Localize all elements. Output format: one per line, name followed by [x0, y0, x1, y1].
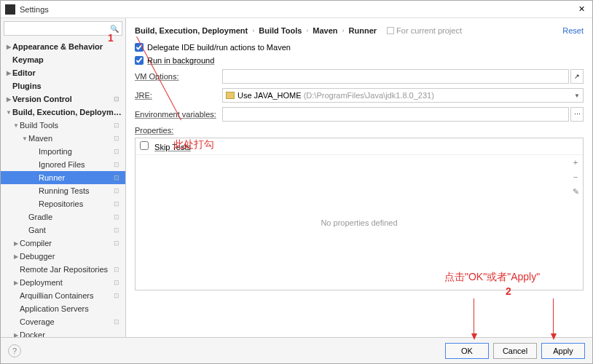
scope-icon: ⊡	[114, 279, 122, 286]
tree-item-importing[interactable]: Importing⊡	[1, 145, 125, 158]
tree-item-build-tools[interactable]: ▼Build Tools⊡	[1, 119, 125, 132]
scope-icon: ⊡	[114, 318, 122, 325]
scope-icon: ⊡	[114, 292, 122, 299]
breadcrumb-item[interactable]: Maven	[313, 26, 337, 35]
scope-icon: ⊡	[114, 122, 122, 129]
tree-label: Runner	[39, 173, 114, 182]
background-checkbox[interactable]	[135, 56, 144, 65]
jre-label: JRE:	[135, 91, 222, 100]
tree-item-gradle[interactable]: Gradle⊡	[1, 210, 125, 223]
scope-icon: ⊡	[114, 226, 122, 234]
expand-icon[interactable]: ↗	[570, 69, 584, 84]
dialog-body: 🔍 ▶Appearance & BehaviorKeymap▶EditorPlu…	[1, 18, 592, 337]
remove-icon[interactable]: −	[570, 171, 581, 183]
search-icon: 🔍	[110, 25, 119, 33]
tree-label: Coverage	[20, 317, 114, 326]
tree-label: Running Tests	[39, 186, 114, 195]
ok-button[interactable]: OK	[445, 343, 489, 359]
search-input[interactable]	[7, 24, 110, 33]
scope-icon: ⊡	[114, 266, 122, 273]
properties-label: Properties:	[135, 126, 584, 135]
breadcrumb-item[interactable]: Build Tools	[259, 26, 302, 35]
skip-tests-checkbox[interactable]	[140, 141, 149, 150]
jre-select[interactable]: Use JAVA_HOME (D:\ProgramFiles\Java\jdk1…	[222, 88, 584, 103]
add-icon[interactable]: +	[570, 157, 581, 168]
tree-arrow-icon: ▶	[12, 240, 20, 247]
tree-item-running-tests[interactable]: Running Tests⊡	[1, 184, 125, 197]
breadcrumb-item: Runner	[349, 26, 377, 35]
tree-item-debugger[interactable]: ▶Debugger	[1, 250, 125, 263]
tree-label: Remote Jar Repositories	[20, 265, 114, 274]
tree-item-version-control[interactable]: ▶Version Control⊡	[1, 92, 125, 106]
reset-link[interactable]: Reset	[562, 26, 584, 35]
window-title: Settings	[20, 5, 575, 14]
scope-text: For current project	[396, 26, 462, 35]
sidebar: 🔍 ▶Appearance & BehaviorKeymap▶EditorPlu…	[1, 18, 126, 337]
tree-label: Gant	[28, 226, 114, 234]
tree-item-gant[interactable]: Gant⊡	[1, 223, 125, 237]
tree-item-deployment[interactable]: ▶Deployment⊡	[1, 276, 125, 289]
app-icon	[5, 4, 15, 15]
tree-item-build-execution-deployment[interactable]: ▼Build, Execution, Deployment	[1, 106, 125, 119]
env-label: Environment variables:	[135, 110, 222, 119]
delegate-checkbox[interactable]	[135, 43, 144, 52]
tree-arrow-icon: ▶	[5, 44, 12, 50]
env-input[interactable]	[222, 107, 569, 122]
tree-label: Plugins	[12, 82, 122, 90]
tree-label: Deployment	[20, 278, 114, 287]
tree-item-ignored-files[interactable]: Ignored Files⊡	[1, 158, 125, 171]
settings-tree: ▶Appearance & BehaviorKeymap▶EditorPlugi…	[1, 39, 125, 337]
vm-options-input[interactable]	[222, 69, 569, 84]
tree-item-application-servers[interactable]: Application Servers	[1, 302, 125, 315]
delegate-label: Delegate IDE build/run actions to Maven	[147, 43, 291, 52]
tree-label: Application Servers	[20, 304, 122, 313]
tree-label: Ignored Files	[39, 160, 114, 169]
tree-item-docker[interactable]: ▶Docker	[1, 328, 125, 337]
tree-label: Maven	[28, 134, 114, 143]
tree-label: Compiler	[20, 239, 114, 248]
scope-icon: ⊡	[114, 95, 122, 103]
tree-label: Repositories	[39, 199, 114, 208]
tree-label: Importing	[39, 147, 114, 156]
cancel-button[interactable]: Cancel	[493, 343, 537, 359]
chevron-right-icon: ›	[342, 27, 345, 34]
tree-label: Editor	[12, 68, 122, 77]
vm-options-label: VM Options:	[135, 72, 222, 81]
chevron-down-icon: ▼	[574, 92, 580, 99]
tree-item-plugins[interactable]: Plugins	[1, 79, 125, 92]
titlebar: Settings ✕	[1, 1, 592, 18]
scope-icon: ⊡	[114, 174, 122, 181]
folder-icon	[226, 92, 235, 99]
edit-icon[interactable]: ✎	[570, 186, 581, 197]
project-icon	[387, 27, 394, 34]
tree-item-remote-jar-repositories[interactable]: Remote Jar Repositories⊡	[1, 263, 125, 276]
help-icon[interactable]: ?	[8, 344, 21, 357]
properties-area: Skip Tests No properties defined + − ✎	[135, 138, 584, 290]
breadcrumb-item[interactable]: Build, Execution, Deployment	[135, 26, 248, 35]
tree-item-maven[interactable]: ▼Maven⊡	[1, 132, 125, 145]
tree-item-coverage[interactable]: Coverage⊡	[1, 315, 125, 328]
properties-empty-text: No properties defined	[321, 218, 397, 227]
tree-label: Build, Execution, Deployment	[12, 108, 122, 116]
tree-item-editor[interactable]: ▶Editor	[1, 66, 125, 79]
tree-item-compiler[interactable]: ▶Compiler⊡	[1, 237, 125, 250]
apply-button[interactable]: Apply	[541, 343, 585, 359]
tree-item-keymap[interactable]: Keymap	[1, 53, 125, 66]
tree-label: Build Tools	[20, 121, 114, 130]
search-box[interactable]: 🔍	[4, 21, 122, 36]
chevron-right-icon: ›	[252, 27, 254, 34]
tree-item-repositories[interactable]: Repositories⊡	[1, 197, 125, 210]
settings-dialog: Settings ✕ 🔍 ▶Appearance & BehaviorKeyma…	[0, 0, 593, 364]
tree-item-appearance-behavior[interactable]: ▶Appearance & Behavior	[1, 40, 125, 53]
close-icon[interactable]: ✕	[575, 4, 588, 14]
tree-item-runner[interactable]: Runner⊡	[1, 171, 125, 184]
scope-icon: ⊡	[114, 187, 122, 194]
tree-item-arquillian-containers[interactable]: Arquillian Containers⊡	[1, 289, 125, 302]
browse-icon[interactable]: ⋯	[570, 107, 584, 122]
skip-tests-label: Skip Tests	[154, 143, 191, 151]
scope-icon: ⊡	[114, 161, 122, 168]
scope-badge: For current project	[387, 26, 462, 35]
scope-icon: ⊡	[114, 135, 122, 142]
chevron-right-icon: ›	[306, 27, 308, 34]
tree-label: Version Control	[12, 95, 114, 103]
